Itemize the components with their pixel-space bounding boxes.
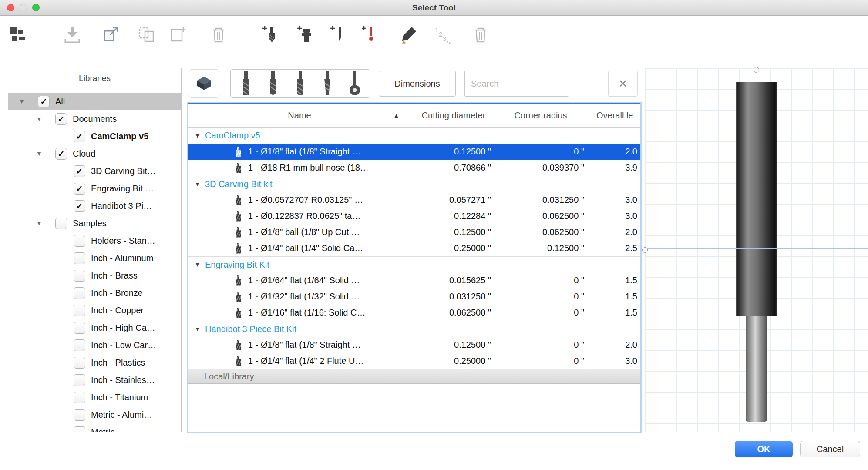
add-mill-tool-icon [262,25,282,45]
add-turning-tool-button[interactable] [328,22,351,48]
edit-tool-button[interactable] [398,22,421,48]
bull-nose-end-mill-filter-button[interactable] [288,70,313,97]
library-item[interactable]: ▼Inch - Copper [8,302,181,319]
library-checkbox[interactable] [74,322,85,334]
disclosure-triangle-icon[interactable]: ▼ [19,98,38,105]
library-item[interactable]: ▼✓Documents [8,110,181,128]
library-item[interactable]: ▼✓3D Carving Bit… [8,162,181,180]
group-disclosure-icon[interactable]: ▼ [195,326,205,332]
library-checkbox[interactable] [74,305,85,316]
ball-end-mill-filter-button[interactable] [261,70,285,97]
library-checkbox[interactable] [74,409,85,421]
library-checkbox[interactable]: ✓ [38,96,50,107]
library-checkbox[interactable] [74,339,85,351]
cutting-diameter-value: 0.062500 " [449,308,491,318]
new-library-button[interactable] [167,22,190,48]
tool-row[interactable]: 1 - Ø1/8" flat (1/8" Straight …0.12500 "… [188,144,640,160]
library-checkbox[interactable]: ✓ [74,165,85,177]
library-checkbox[interactable] [74,357,85,369]
library-checkbox[interactable]: ✓ [74,200,85,212]
library-checkbox[interactable]: ✓ [74,183,85,195]
ok-button[interactable]: OK [735,441,793,457]
add-probe-button[interactable] [360,22,382,48]
tool-preview-panel[interactable] [645,68,868,432]
tool-row[interactable]: 1 - Ø18 R1 mm bull nose (18…0.70866 "0.0… [188,160,640,176]
library-item[interactable]: ▼Inch - Stainles… [8,371,181,389]
import-button[interactable] [61,22,84,48]
library-item[interactable]: ▼Metric - … [8,423,181,432]
disclosure-triangle-icon[interactable]: ▼ [36,220,55,227]
library-item[interactable]: ▼Inch - Aluminum [8,249,181,267]
library-item[interactable]: ▼✓Engraving Bit … [8,180,181,197]
dimensions-button[interactable]: Dimensions [379,70,456,97]
tool-group-header[interactable]: ▼Engraving Bit Kit [188,256,640,272]
tool-row[interactable]: 1 - Ø1/64" flat (1/64" Solid …0.015625 "… [188,272,640,289]
column-header-overall-length[interactable]: Overall le [596,104,638,128]
taper-mill-filter-button[interactable] [315,70,340,97]
library-checkbox[interactable] [74,392,85,403]
local-library-row[interactable]: Local/Library [188,369,640,384]
holder-filter-button[interactable] [188,69,220,98]
library-label: Inch - Titanium [91,393,148,403]
tool-row[interactable]: 1 - Ø1/8" ball (1/8" Up Cut …0.12500 "0.… [188,224,640,240]
tool-row[interactable]: 1 - Ø1/16" flat (1/16: Solid C…0.062500 … [188,305,640,321]
library-item[interactable]: ▼Samples [8,215,181,232]
library-item[interactable]: ▼✓Handibot 3 Pi… [8,197,181,215]
disclosure-triangle-icon[interactable]: ▼ [36,150,55,157]
library-item[interactable]: ▼Inch - Plastics [8,354,181,371]
dovetail-mill-filter-button[interactable] [343,70,367,97]
column-header-cutting-diameter[interactable]: Cutting diameter [415,104,492,128]
tool-row[interactable]: 1 - Ø1/32" flat (1/32" Solid …0.031250 "… [188,289,640,305]
sort-ascending-icon[interactable]: ▲ [393,104,400,128]
group-disclosure-icon[interactable]: ▼ [195,261,205,268]
library-checkbox[interactable] [74,235,85,247]
library-item[interactable]: ▼Holders - Stan… [8,232,181,249]
search-input[interactable] [464,70,569,97]
tool-row[interactable]: 1 - Ø0.0572707 R0.03125" …0.057271 "0.03… [188,192,640,208]
library-item[interactable]: ▼Inch - Brass [8,267,181,284]
left-drag-handle[interactable] [642,247,648,253]
library-checkbox[interactable] [74,374,85,386]
group-disclosure-icon[interactable]: ▼ [195,181,205,188]
tool-group-header[interactable]: ▼CamClamp v5 [188,128,640,144]
add-mill-tool-button[interactable] [260,22,283,48]
top-drag-handle[interactable] [754,67,759,73]
column-header-corner-radius[interactable]: Corner radius [504,104,577,128]
flat-end-mill-filter-button[interactable] [234,70,258,97]
library-item[interactable]: ▼Inch - Bronze [8,284,181,302]
library-item[interactable]: ▼✓All [8,93,181,110]
library-checkbox[interactable] [55,218,67,229]
library-item[interactable]: ▼Inch - Low Car… [8,336,181,354]
tool-group-header[interactable]: ▼3D Carving Bit kit [188,176,640,192]
library-checkbox[interactable] [74,426,85,433]
clear-search-button[interactable]: ✕ [608,70,638,97]
group-disclosure-icon[interactable]: ▼ [195,132,205,139]
library-checkbox[interactable] [74,252,85,264]
library-checkbox[interactable] [74,287,85,299]
add-holder-button[interactable] [295,22,318,48]
tool-group-header[interactable]: ▼Handibot 3 Piece Bit Kit [188,321,640,337]
copy-button[interactable] [136,22,158,48]
library-checkbox[interactable]: ✓ [55,148,67,160]
export-button[interactable] [100,22,123,48]
disclosure-triangle-icon[interactable]: ▼ [36,115,55,122]
cancel-button[interactable]: Cancel [800,441,860,457]
library-item[interactable]: ▼Metric - Alumi… [8,406,181,423]
library-item[interactable]: ▼Inch - Titanium [8,389,181,406]
library-checkbox[interactable] [74,270,85,282]
library-checkbox[interactable]: ✓ [55,113,67,125]
tool-row[interactable]: 1 - Ø1/8" flat (1/8" Straight …0.12500 "… [188,337,640,353]
delete-tool-button[interactable] [469,22,492,48]
tool-row[interactable]: 1 - Ø1/4" flat (1/4" 2 Flute U…0.25000 "… [188,353,640,369]
tool-row[interactable]: 1 - Ø1/4" ball (1/4" Solid Ca…0.25000 "0… [188,240,640,256]
library-item[interactable]: ▼Inch - High Ca… [8,319,181,336]
delete-library-button[interactable] [207,22,230,48]
tool-row[interactable]: 1 - Ø0.122837 R0.0625" ta…0.12284 "0.062… [188,208,640,224]
tool-library-button[interactable] [7,22,30,48]
library-item[interactable]: ▼✓Cloud [8,145,181,162]
column-header-name[interactable]: Name [188,104,410,128]
library-label: Metric - … [91,427,131,433]
library-item[interactable]: ▼✓CamClamp v5 [8,128,181,145]
renumber-tools-button[interactable]: 123 [431,22,454,48]
library-checkbox[interactable]: ✓ [74,131,85,142]
